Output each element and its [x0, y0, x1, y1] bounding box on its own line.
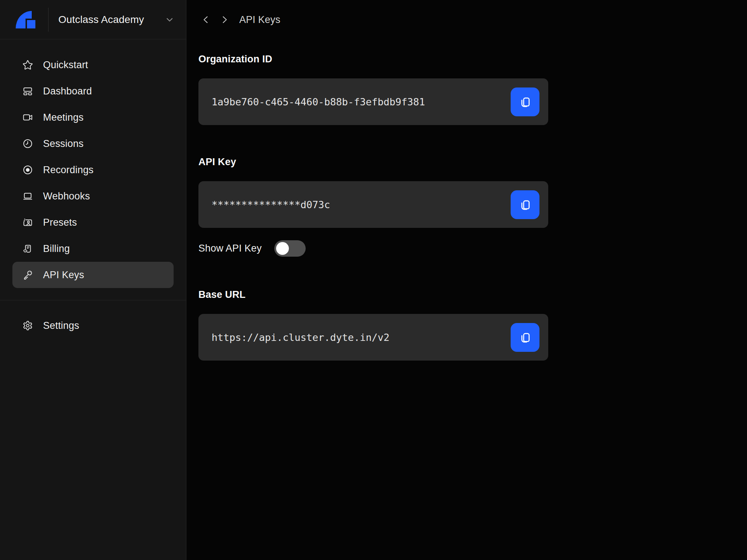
organization-id-label: Organization ID — [198, 53, 747, 65]
record-icon — [22, 164, 33, 175]
clock-icon — [22, 138, 33, 149]
sidebar-item-billing[interactable]: Billing — [12, 236, 174, 262]
sidebar-item-settings[interactable]: Settings — [12, 312, 174, 339]
dyte-logo — [16, 11, 36, 29]
sidebar-item-label: Recordings — [43, 164, 94, 176]
chevron-down-icon[interactable] — [164, 14, 175, 25]
copy-base-url-button[interactable] — [511, 323, 539, 352]
chevron-left-icon[interactable] — [201, 14, 212, 25]
copy-icon — [518, 198, 532, 211]
star-icon — [22, 59, 33, 70]
page-title: API Keys — [239, 14, 280, 26]
sidebar-item-quickstart[interactable]: Quickstart — [12, 52, 174, 78]
app-window: Outclass Academy Quickstart Dashboard — [0, 0, 747, 560]
organization-id-field[interactable]: 1a9be760-c465-4460-b88b-f3efbdb9f381 — [198, 78, 548, 125]
base-url-field[interactable]: https://api.cluster.dyte.in/v2 — [198, 314, 548, 361]
show-api-key-label: Show API Key — [198, 243, 262, 254]
api-key-field[interactable]: ***************d073c — [198, 181, 548, 228]
receipt-money-icon — [22, 243, 33, 254]
copy-organization-id-button[interactable] — [511, 88, 539, 116]
show-api-key-row: Show API Key — [198, 240, 747, 257]
sidebar-item-meetings[interactable]: Meetings — [12, 104, 174, 131]
org-name: Outclass Academy — [58, 14, 144, 26]
copy-api-key-button[interactable] — [511, 190, 539, 219]
sidebar-item-label: Webhooks — [43, 191, 90, 202]
organization-id-value: 1a9be760-c465-4460-b88b-f3efbdb9f381 — [212, 96, 511, 108]
sidebar-item-label: Settings — [43, 320, 79, 331]
base-url-value: https://api.cluster.dyte.in/v2 — [212, 332, 511, 343]
sidebar-item-api-keys[interactable]: API Keys — [12, 262, 174, 288]
sidebar: Outclass Academy Quickstart Dashboard — [0, 0, 186, 560]
sidebar-nav: Quickstart Dashboard Meetings Sessions — [0, 39, 186, 339]
sidebar-item-recordings[interactable]: Recordings — [12, 157, 174, 183]
sidebar-item-label: Quickstart — [43, 59, 88, 71]
chevron-right-icon[interactable] — [219, 14, 230, 25]
sidebar-item-label: API Keys — [43, 269, 84, 281]
org-header-divider — [48, 8, 49, 32]
sidebar-item-sessions[interactable]: Sessions — [12, 131, 174, 157]
key-icon — [22, 269, 33, 280]
sidebar-divider — [0, 300, 186, 300]
video-camera-icon — [22, 112, 33, 123]
toggle-knob — [276, 242, 289, 255]
sidebar-item-presets[interactable]: Presets — [12, 209, 174, 236]
org-switcher[interactable]: Outclass Academy — [0, 0, 186, 39]
id-card-sparkle-icon — [22, 217, 33, 228]
main-area: API Keys Organization ID 1a9be760-c465-4… — [186, 0, 747, 560]
sidebar-item-label: Billing — [43, 243, 70, 254]
show-api-key-toggle[interactable] — [274, 240, 306, 257]
sidebar-item-dashboard[interactable]: Dashboard — [12, 78, 174, 104]
api-key-label: API Key — [198, 156, 747, 168]
page-content: Organization ID 1a9be760-c465-4460-b88b-… — [186, 39, 747, 361]
topbar: API Keys — [186, 0, 747, 39]
dashboard-icon — [22, 86, 33, 97]
copy-icon — [518, 330, 532, 344]
sidebar-item-label: Meetings — [43, 112, 84, 123]
copy-icon — [518, 95, 532, 109]
base-url-label: Base URL — [198, 289, 747, 301]
sidebar-item-webhooks[interactable]: Webhooks — [12, 183, 174, 209]
api-key-value: ***************d073c — [212, 199, 511, 210]
gear-icon — [22, 320, 33, 331]
sidebar-item-label: Sessions — [43, 138, 84, 149]
sidebar-item-label: Dashboard — [43, 86, 92, 97]
laptop-icon — [22, 191, 33, 202]
sidebar-item-label: Presets — [43, 217, 77, 228]
